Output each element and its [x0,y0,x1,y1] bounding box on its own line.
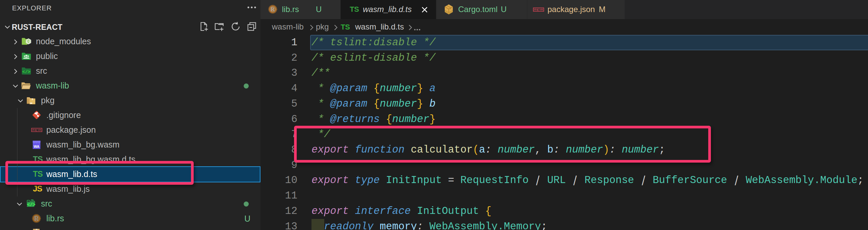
svg-text:R: R [34,215,39,222]
svg-text:JS: JS [27,40,30,43]
svg-text:</>: </> [22,69,30,74]
svg-text:</>: </> [27,202,36,207]
svg-text:R: R [271,6,275,12]
svg-text:WA: WA [34,144,40,149]
